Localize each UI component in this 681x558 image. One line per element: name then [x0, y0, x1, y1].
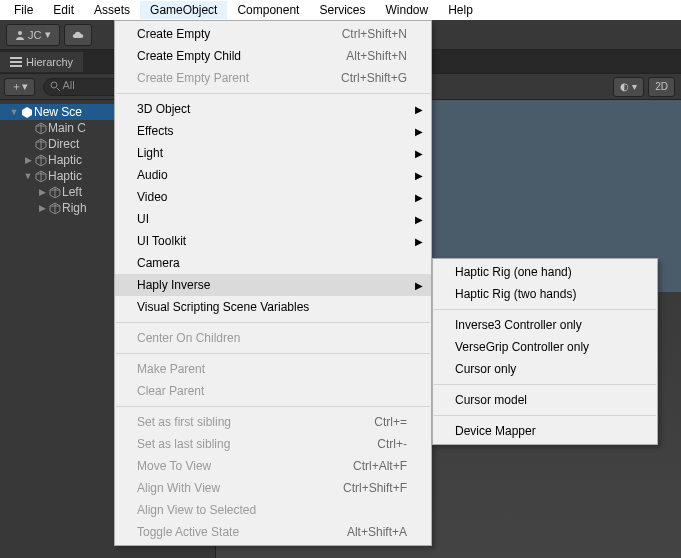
menu-item-label: Visual Scripting Scene Variables	[137, 300, 309, 314]
menu-item[interactable]: Haply Inverse▶	[115, 274, 431, 296]
submenu-arrow-icon: ▶	[415, 170, 423, 181]
menu-item[interactable]: Create Empty ChildAlt+Shift+N	[115, 45, 431, 67]
menubar: File Edit Assets GameObject Component Se…	[0, 0, 681, 20]
hierarchy-tab-label: Hierarchy	[26, 56, 73, 68]
menu-item[interactable]: Light▶	[115, 142, 431, 164]
menu-item[interactable]: Effects▶	[115, 120, 431, 142]
submenu-item-label: Cursor only	[455, 362, 516, 376]
menu-item-label: Make Parent	[137, 362, 205, 376]
submenu-item[interactable]: Haptic Rig (one hand)	[433, 261, 657, 283]
shading-dropdown[interactable]: ◐ ▾	[613, 77, 644, 97]
menu-item[interactable]: Video▶	[115, 186, 431, 208]
submenu-item-label: VerseGrip Controller only	[455, 340, 589, 354]
menu-item[interactable]: Create EmptyCtrl+Shift+N	[115, 23, 431, 45]
gameobject-dropdown: Create EmptyCtrl+Shift+NCreate Empty Chi…	[114, 20, 432, 546]
submenu-item-label: Haptic Rig (one hand)	[455, 265, 572, 279]
add-button[interactable]: ＋▾	[4, 78, 35, 96]
menu-item: Set as first siblingCtrl+=	[115, 411, 431, 433]
menu-item-label: Audio	[137, 168, 168, 182]
menu-item: Clear Parent	[115, 380, 431, 402]
hierarchy-icon	[10, 56, 22, 68]
submenu-item[interactable]: Cursor only	[433, 358, 657, 380]
submenu-item[interactable]: Cursor model	[433, 389, 657, 411]
menu-item[interactable]: Visual Scripting Scene Variables	[115, 296, 431, 318]
search-icon	[50, 81, 60, 91]
submenu-arrow-icon: ▶	[415, 280, 423, 291]
cube-icon	[34, 170, 48, 182]
submenu-item[interactable]: Haptic Rig (two hands)	[433, 283, 657, 305]
separator	[116, 406, 430, 407]
btn-2d[interactable]: 2D	[648, 77, 675, 97]
menu-shortcut: Alt+Shift+A	[347, 525, 407, 539]
expand-icon: ▼	[8, 107, 20, 117]
submenu-item-label: Cursor model	[455, 393, 527, 407]
menu-item[interactable]: Camera	[115, 252, 431, 274]
menu-item-label: UI	[137, 212, 149, 226]
menu-item: Toggle Active StateAlt+Shift+A	[115, 521, 431, 543]
submenu-arrow-icon: ▶	[415, 104, 423, 115]
hierarchy-row-label: Left	[62, 185, 82, 199]
separator	[116, 322, 430, 323]
submenu-arrow-icon: ▶	[415, 214, 423, 225]
menu-item-label: UI Toolkit	[137, 234, 186, 248]
submenu-arrow-icon: ▶	[415, 236, 423, 247]
separator	[116, 353, 430, 354]
menu-item: Center On Children	[115, 327, 431, 349]
hierarchy-row-label: Righ	[62, 201, 87, 215]
separator	[434, 384, 656, 385]
submenu-item[interactable]: VerseGrip Controller only	[433, 336, 657, 358]
menu-item-label: Align With View	[137, 481, 220, 495]
menu-item-label: Video	[137, 190, 167, 204]
menu-item-label: Create Empty Child	[137, 49, 241, 63]
menu-help[interactable]: Help	[438, 1, 483, 19]
menu-item-label: Toggle Active State	[137, 525, 239, 539]
menu-item[interactable]: 3D Object▶	[115, 98, 431, 120]
menu-item[interactable]: Audio▶	[115, 164, 431, 186]
hierarchy-row-label: Haptic	[48, 169, 82, 183]
cube-icon	[34, 154, 48, 166]
menu-item: Make Parent	[115, 358, 431, 380]
menu-item: Align View to Selected	[115, 499, 431, 521]
separator	[434, 309, 656, 310]
menu-item-label: Align View to Selected	[137, 503, 256, 517]
menu-gameobject[interactable]: GameObject	[140, 1, 227, 19]
submenu-arrow-icon: ▶	[415, 148, 423, 159]
submenu-arrow-icon: ▶	[415, 126, 423, 137]
menu-item[interactable]: UI Toolkit▶	[115, 230, 431, 252]
cloud-button[interactable]	[64, 24, 92, 46]
svg-point-7	[51, 82, 57, 88]
cube-icon	[34, 122, 48, 134]
separator	[116, 93, 430, 94]
separator	[434, 415, 656, 416]
submenu-arrow-icon: ▶	[415, 192, 423, 203]
menu-item-label: Move To View	[137, 459, 211, 473]
menu-item-label: Effects	[137, 124, 173, 138]
hierarchy-row-label: New Sce	[34, 105, 82, 119]
hierarchy-tab[interactable]: Hierarchy	[0, 52, 83, 72]
hierarchy-row-label: Haptic	[48, 153, 82, 167]
svg-rect-4	[10, 57, 22, 59]
menu-item[interactable]: UI▶	[115, 208, 431, 230]
account-label: JC	[28, 29, 41, 41]
menu-component[interactable]: Component	[227, 1, 309, 19]
hierarchy-row-label: Main C	[48, 121, 86, 135]
menu-item-label: Camera	[137, 256, 180, 270]
menu-file[interactable]: File	[4, 1, 43, 19]
menu-services[interactable]: Services	[309, 1, 375, 19]
menu-assets[interactable]: Assets	[84, 1, 140, 19]
menu-item: Align With ViewCtrl+Shift+F	[115, 477, 431, 499]
cloud-icon	[71, 30, 85, 40]
menu-item: Create Empty ParentCtrl+Shift+G	[115, 67, 431, 89]
submenu-item[interactable]: Device Mapper	[433, 420, 657, 442]
menu-window[interactable]: Window	[375, 1, 438, 19]
svg-rect-6	[10, 65, 22, 67]
menu-shortcut: Ctrl+-	[377, 437, 407, 451]
submenu-item-label: Haptic Rig (two hands)	[455, 287, 576, 301]
account-button[interactable]: JC ▾	[6, 24, 60, 46]
menu-edit[interactable]: Edit	[43, 1, 84, 19]
menu-item-label: Light	[137, 146, 163, 160]
svg-line-8	[57, 88, 60, 91]
haply-inverse-submenu: Haptic Rig (one hand)Haptic Rig (two han…	[432, 258, 658, 445]
submenu-item[interactable]: Inverse3 Controller only	[433, 314, 657, 336]
menu-shortcut: Ctrl+Shift+G	[341, 71, 407, 85]
